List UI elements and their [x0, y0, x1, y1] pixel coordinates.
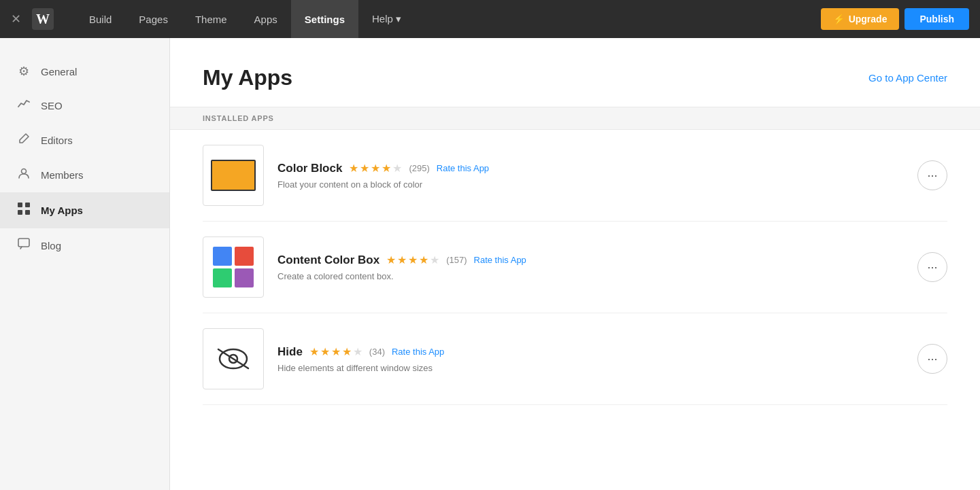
color-block-name: Color Block [277, 162, 342, 175]
star-1: ★ [349, 162, 358, 175]
top-nav: ✕ W Build Pages Theme Apps Settings Help… [0, 0, 980, 38]
page-header: My Apps Go to App Center [170, 38, 980, 107]
content-color-box-menu-button[interactable]: ··· [917, 252, 947, 282]
ccb-cell-1 [213, 247, 232, 266]
hide-icon [213, 344, 254, 374]
hide-name: Hide [277, 345, 303, 359]
upgrade-button[interactable]: ⚡ Upgrade [821, 8, 900, 30]
sidebar-label-blog: Blog [41, 240, 61, 251]
chat-icon [16, 238, 31, 253]
sidebar: ⚙ General SEO Editors [0, 38, 170, 490]
star-3: ★ [371, 162, 380, 175]
hide-menu-button[interactable]: ··· [917, 344, 947, 374]
nav-build[interactable]: Build [75, 0, 125, 38]
section-header: INSTALLED APPS [170, 107, 980, 130]
app-item-content-color-box: Content Color Box ★ ★ ★ ★ ★ (157) Rate t… [203, 222, 947, 313]
close-button[interactable]: ✕ [11, 13, 21, 25]
upgrade-label: Upgrade [849, 14, 888, 24]
app-list: Color Block ★ ★ ★ ★ ★ (295) Rate this Ap… [170, 130, 980, 405]
logo: W [32, 8, 54, 30]
content-color-box-name-row: Content Color Box ★ ★ ★ ★ ★ (157) Rate t… [277, 253, 904, 267]
sidebar-label-seo: SEO [41, 100, 63, 111]
hide-icon-wrapper [203, 328, 264, 389]
star-4: ★ [382, 162, 391, 175]
content-color-box-review-count: (157) [446, 255, 467, 265]
svg-rect-5 [18, 210, 22, 215]
hide-rate-link[interactable]: Rate this App [392, 347, 444, 357]
content-color-box-icon-wrapper [203, 237, 264, 298]
color-block-rate-link[interactable]: Rate this App [437, 163, 489, 173]
content-area: My Apps Go to App Center INSTALLED APPS … [170, 38, 980, 490]
content-color-box-info: Content Color Box ★ ★ ★ ★ ★ (157) Rate t… [277, 253, 904, 281]
sidebar-item-members[interactable]: Members [0, 158, 169, 192]
color-block-stars: ★ ★ ★ ★ ★ [349, 162, 402, 175]
trending-icon [16, 98, 31, 113]
nav-settings[interactable]: Settings [291, 0, 358, 38]
star-1: ★ [386, 253, 396, 266]
person-icon [16, 167, 31, 183]
nav-apps[interactable]: Apps [241, 0, 291, 38]
ccb-cell-4 [235, 268, 254, 287]
star-3: ★ [331, 345, 341, 358]
nav-theme[interactable]: Theme [182, 0, 241, 38]
sidebar-item-my-apps[interactable]: My Apps [0, 192, 169, 228]
ellipsis-icon: ··· [927, 260, 937, 275]
ccb-cell-3 [213, 268, 232, 287]
star-2: ★ [320, 345, 330, 358]
star-4: ★ [342, 345, 352, 358]
content-color-box-name: Content Color Box [277, 253, 379, 267]
color-block-review-count: (295) [409, 163, 429, 173]
nav-actions: ⚡ Upgrade Publish [821, 8, 969, 30]
hide-name-row: Hide ★ ★ ★ ★ ★ (34) Rate this App [277, 345, 904, 359]
star-2: ★ [360, 162, 369, 175]
content-color-box-icon [207, 241, 259, 293]
sidebar-item-editors[interactable]: Editors [0, 123, 169, 158]
svg-rect-6 [25, 210, 30, 215]
svg-point-2 [22, 169, 27, 174]
color-block-menu-button[interactable]: ··· [917, 160, 947, 190]
star-5: ★ [392, 162, 402, 175]
star-3: ★ [408, 253, 418, 266]
hide-review-count: (34) [369, 347, 385, 357]
color-block-icon-wrapper [203, 145, 264, 206]
main-layout: ⚙ General SEO Editors [0, 38, 980, 490]
color-block-info: Color Block ★ ★ ★ ★ ★ (295) Rate this Ap… [277, 162, 904, 190]
sidebar-label-editors: Editors [41, 135, 73, 146]
sidebar-label-members: Members [41, 169, 84, 181]
publish-button[interactable]: Publish [905, 8, 969, 30]
ccb-cell-2 [235, 247, 254, 266]
sidebar-label-my-apps: My Apps [41, 205, 83, 216]
hide-info: Hide ★ ★ ★ ★ ★ (34) Rate this App Hide e… [277, 345, 904, 373]
star-5: ★ [430, 253, 439, 266]
sidebar-item-blog[interactable]: Blog [0, 228, 169, 263]
color-block-desc: Float your content on a block of color [277, 179, 904, 190]
content-color-box-rate-link[interactable]: Rate this App [474, 255, 526, 265]
svg-text:W: W [36, 12, 50, 27]
go-to-app-center-link[interactable]: Go to App Center [868, 72, 947, 84]
sidebar-item-seo[interactable]: SEO [0, 88, 169, 123]
content-color-box-desc: Create a colored content box. [277, 271, 904, 281]
svg-rect-4 [25, 203, 30, 207]
star-2: ★ [397, 253, 407, 266]
sidebar-item-general[interactable]: ⚙ General [0, 54, 169, 88]
hide-desc: Hide elements at different window sizes [277, 363, 904, 373]
star-1: ★ [309, 345, 319, 358]
apps-grid-icon [16, 202, 31, 219]
hide-stars: ★ ★ ★ ★ ★ [309, 345, 362, 358]
gear-icon: ⚙ [16, 64, 31, 79]
content-color-box-stars: ★ ★ ★ ★ ★ [386, 253, 439, 266]
color-block-icon [211, 160, 256, 191]
color-block-name-row: Color Block ★ ★ ★ ★ ★ (295) Rate this Ap… [277, 162, 904, 175]
sidebar-label-general: General [41, 66, 77, 77]
svg-rect-3 [18, 203, 22, 207]
app-item-hide: Hide ★ ★ ★ ★ ★ (34) Rate this App Hide e… [203, 313, 947, 405]
svg-rect-7 [18, 239, 29, 247]
nav-help[interactable]: Help ▾ [358, 0, 415, 38]
star-4: ★ [419, 253, 428, 266]
page-title: My Apps [203, 65, 292, 90]
app-item-color-block: Color Block ★ ★ ★ ★ ★ (295) Rate this Ap… [203, 130, 947, 222]
pencil-icon [16, 133, 31, 148]
ellipsis-icon: ··· [927, 169, 937, 183]
star-5: ★ [353, 345, 362, 358]
nav-pages[interactable]: Pages [125, 0, 182, 38]
